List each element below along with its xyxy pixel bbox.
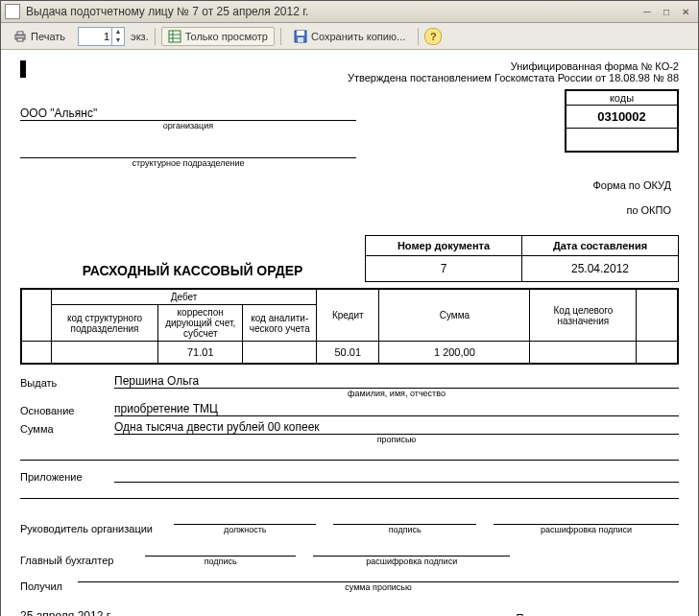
svg-rect-2 <box>17 38 23 41</box>
fields-block: Выдать Першина Ольга фамилия, имя, отчес… <box>20 374 679 499</box>
th-purpose: Код целевого назначения <box>530 289 637 342</box>
doc-date: 25.04.2012 <box>522 256 679 282</box>
main-table: Дебет Кредит Сумма Код целевого назначен… <box>20 288 679 365</box>
copies-input[interactable] <box>79 31 111 42</box>
readonly-toggle[interactable]: Только просмотр <box>161 27 275 46</box>
sign-caption2: подпись <box>145 557 296 566</box>
okud-label: Форма по ОКУД <box>458 179 679 191</box>
issue-value: Першина Ольга <box>114 374 679 389</box>
codes-header: коды <box>566 91 677 106</box>
toolbar-separator <box>155 28 156 45</box>
svg-rect-8 <box>297 31 304 36</box>
okpo-value <box>566 129 677 151</box>
sum-words-caption: сумма прописью <box>78 582 679 592</box>
footer-sign-label: Подпись <box>516 612 558 616</box>
num-header: Номер документа <box>366 236 522 256</box>
th-analytic: код аналити- ческого учета <box>243 305 317 342</box>
help-button[interactable]: ? <box>424 28 442 45</box>
maximize-button[interactable]: □ <box>658 5 675 18</box>
attachment-label: Приложение <box>20 471 114 483</box>
document-page: Унифицированная форма № КО-2 Утверждена … <box>1 51 698 616</box>
signatures-block: Руководитель организации должность подпи… <box>20 512 679 592</box>
form-name: Унифицированная форма № КО-2 <box>26 60 679 72</box>
copies-suffix: экз. <box>131 31 149 42</box>
decoding-caption: расшифровка подписи <box>494 525 679 534</box>
organization-caption: организация <box>20 121 356 130</box>
okud-value: 0310002 <box>566 106 677 128</box>
copies-spinner[interactable]: ▲ ▼ <box>78 27 125 46</box>
decoding-caption2: расшифровка подписи <box>313 557 510 566</box>
th-credit: Кредит <box>317 289 379 342</box>
app-window: Выдача подотчетному лицу № 7 от 25 апрел… <box>0 0 699 616</box>
printer-icon <box>13 30 27 43</box>
position-caption: должность <box>174 525 316 534</box>
sum-label: Сумма <box>20 423 114 435</box>
spinner-up[interactable]: ▲ <box>112 28 124 36</box>
table-icon <box>168 30 181 43</box>
okpo-label: по ОКПО <box>458 204 679 216</box>
toolbar: Печать ▲ ▼ экз. Только просмотр Сохранит… <box>1 23 698 50</box>
th-corr: корреспон дирующий счет, субсчет <box>158 305 243 342</box>
title-bar: Выдача подотчетному лицу № 7 от 25 апрел… <box>1 1 698 23</box>
document-viewport[interactable]: Унифицированная форма № КО-2 Утверждена … <box>1 50 698 616</box>
attachment-line2 <box>20 485 679 499</box>
footer-sign-line <box>564 611 679 616</box>
sum-line2 <box>20 446 679 461</box>
footer-row: 25 апреля 2012 г. Подпись <box>20 609 679 616</box>
minimize-button[interactable]: ─ <box>639 5 656 18</box>
basis-value: приобретение ТМЦ <box>114 402 679 416</box>
organization-name: ООО "Альянс" <box>20 107 356 121</box>
print-button[interactable]: Печать <box>7 27 72 46</box>
approved-by: Утверждена постановлением Госкомстата Ро… <box>26 72 679 83</box>
sum-value: Одна тысяча двести рублей 00 копеек <box>114 420 679 435</box>
th-sum: Сумма <box>379 289 530 342</box>
basis-label: Основание <box>20 405 114 416</box>
diskette-icon <box>294 30 307 43</box>
table-row: 71.01 50.01 1 200,00 <box>21 342 678 365</box>
codes-box: коды 0310002 <box>565 89 679 153</box>
footer-date: 25 апреля 2012 г. <box>20 609 212 616</box>
toolbar-separator <box>280 28 281 45</box>
toolbar-separator <box>418 28 419 45</box>
document-icon <box>5 4 20 19</box>
th-debet: Дебет <box>52 289 317 305</box>
svg-rect-9 <box>298 37 303 42</box>
readonly-label: Только просмотр <box>185 31 268 42</box>
window-title: Выдача подотчетному лицу № 7 от 25 апрел… <box>26 5 308 18</box>
issue-label: Выдать <box>20 377 114 389</box>
head-label: Руководитель организации <box>20 523 174 534</box>
close-button[interactable]: ✕ <box>677 5 694 18</box>
doc-number-table: Номер документа Дата составления 7 25.04… <box>365 235 679 282</box>
subdivision-caption: структурное подразделение <box>20 158 356 168</box>
chief-acc-label: Главный бухгалтер <box>20 555 145 566</box>
save-copy-button[interactable]: Сохранить копию... <box>287 27 412 46</box>
doc-number: 7 <box>366 256 522 282</box>
th-struct: код структурного подразделения <box>52 305 158 342</box>
doc-title: РАСХОДНЫЙ КАССОВЫЙ ОРДЕР <box>20 263 365 282</box>
date-header: Дата составления <box>522 236 679 256</box>
save-label: Сохранить копию... <box>311 31 405 42</box>
th-blank <box>637 289 678 342</box>
print-label: Печать <box>31 31 65 42</box>
subdivision-value <box>20 144 356 158</box>
doc-header: РАСХОДНЫЙ КАССОВЫЙ ОРДЕР Номер документа… <box>20 235 679 282</box>
issue-caption: фамилия, имя, отчество <box>114 389 679 398</box>
svg-rect-3 <box>169 31 181 42</box>
received-label: Получил <box>20 580 78 592</box>
spinner-down[interactable]: ▼ <box>112 36 124 45</box>
attachment-value <box>114 468 679 483</box>
svg-rect-1 <box>17 32 23 35</box>
sum-caption: прописью <box>114 435 679 444</box>
sign-caption: подпись <box>333 525 475 534</box>
